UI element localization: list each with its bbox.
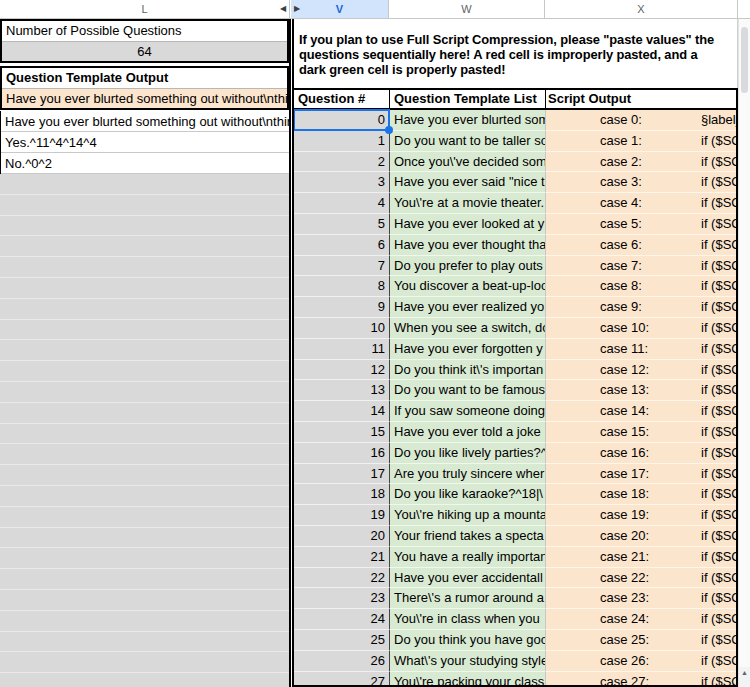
cell-question-number[interactable]: 25 [294, 630, 390, 651]
cell-script-output[interactable]: case 9:if ($SCE [546, 297, 736, 318]
cell-question-template[interactable]: Do you prefer to play outs [390, 256, 546, 277]
cell-question-template[interactable]: When you see a switch, do [390, 318, 546, 339]
cell-question-template[interactable]: Your friend takes a specta [390, 526, 546, 547]
cell-question-number[interactable]: 5 [294, 214, 390, 235]
cell-question-template[interactable]: Have you ever told a joke [390, 422, 546, 443]
cell-possible-questions-label[interactable]: Number of Possible Questions [2, 21, 287, 41]
cell-script-output[interactable]: case 3:if ($SCE [546, 172, 736, 193]
cell-question-number[interactable]: 13 [294, 380, 390, 401]
cell-template-output-value[interactable]: Have you ever blurted something out with… [2, 88, 287, 108]
paste-instructions[interactable]: If you plan to use Full Script Compressi… [292, 19, 738, 88]
cell-question-template[interactable]: Have you ever blurted som [390, 110, 546, 131]
cell-template-row[interactable]: No.^0^2 [1, 153, 289, 174]
column-header-l[interactable]: L [0, 0, 290, 18]
vertical-scrollbar[interactable]: ▲ [738, 19, 750, 687]
scrollbar-corner[interactable]: ▲ [739, 667, 750, 687]
cell-question-template[interactable]: Do you want to be taller so [390, 131, 546, 152]
header-question-template-list[interactable]: Question Template List [390, 90, 546, 108]
cell-question-number[interactable]: 19 [294, 505, 390, 526]
cell-script-output[interactable]: case 24:if ($SCE [546, 609, 736, 630]
cell-script-output[interactable]: case 2:if ($SCE [546, 152, 736, 173]
cell-question-template[interactable]: Do you think it\'s importan [390, 360, 546, 381]
cell-template-output-label[interactable]: Question Template Output [2, 68, 287, 88]
cell-question-number[interactable]: 8 [294, 276, 390, 297]
scrollbar-thumb[interactable] [741, 27, 748, 93]
cell-script-output[interactable]: case 17:if ($SCE [546, 464, 736, 485]
cell-script-output[interactable]: case 5:if ($SCE [546, 214, 736, 235]
cell-script-output[interactable]: case 10:if ($SCE [546, 318, 736, 339]
cell-question-number[interactable]: 16 [294, 443, 390, 464]
cell-question-template[interactable]: You have a really importan [390, 547, 546, 568]
column-header-v-selected[interactable]: V [291, 0, 389, 18]
cell-question-number[interactable]: 3 [294, 172, 390, 193]
cell-script-output[interactable]: case 22:if ($SCE [546, 568, 736, 589]
cell-template-row[interactable]: Have you ever blurted something out with… [1, 111, 289, 132]
cell-template-row[interactable]: Yes.^11^4^14^4 [1, 132, 289, 153]
cell-question-template[interactable]: You\'re in class when you [390, 609, 546, 630]
cell-question-template[interactable]: Have you ever thought tha [390, 235, 546, 256]
cell-question-template[interactable]: You\'re hiking up a mounta [390, 505, 546, 526]
cell-question-template[interactable]: If you saw someone doing [390, 401, 546, 422]
cell-script-output[interactable]: case 12:if ($SCE [546, 360, 736, 381]
cell-script-output[interactable]: case 16:if ($SCE [546, 443, 736, 464]
cell-script-output[interactable]: case 15:if ($SCE [546, 422, 736, 443]
cell-question-template[interactable]: Have you ever forgotten y [390, 339, 546, 360]
cell-question-number[interactable]: 12 [294, 360, 390, 381]
cell-script-output[interactable]: case 7:if ($SCE [546, 256, 736, 277]
cell-script-output[interactable]: case 20:if ($SCE [546, 526, 736, 547]
cell-question-number[interactable]: 6 [294, 235, 390, 256]
cell-question-template[interactable]: Do you think you have goo [390, 630, 546, 651]
cell-possible-questions-value[interactable]: 64 [2, 41, 287, 61]
cell-script-output[interactable]: case 1:if ($SCE [546, 131, 736, 152]
cell-script-output[interactable]: case 8:if ($SCE [546, 276, 736, 297]
cell-question-template[interactable]: There\'s a rumor around a [390, 588, 546, 609]
cell-question-number[interactable]: 10 [294, 318, 390, 339]
cell-question-number[interactable]: 4 [294, 193, 390, 214]
cell-script-output[interactable]: case 26:if ($SCE [546, 651, 736, 672]
cell-question-template[interactable]: Do you like karaoke?^18|\ [390, 484, 546, 505]
cell-question-template[interactable]: You\'re at a movie theater. [390, 193, 546, 214]
cell-question-template[interactable]: Have you ever looked at y [390, 214, 546, 235]
cell-question-number[interactable]: 11 [294, 339, 390, 360]
cell-question-number[interactable]: 26 [294, 651, 390, 672]
cell-question-template[interactable]: You discover a beat-up-loo [390, 276, 546, 297]
cell-question-number[interactable]: 20 [294, 526, 390, 547]
header-question-number[interactable]: Question # [294, 90, 390, 108]
cell-question-template[interactable]: Are you truly sincere wher [390, 464, 546, 485]
cell-script-output[interactable]: case 21:if ($SCE [546, 547, 736, 568]
cell-script-output[interactable]: case 25:if ($SCE [546, 630, 736, 651]
cell-question-number[interactable]: 17 [294, 464, 390, 485]
cell-question-template[interactable]: Do you like lively parties?^ [390, 443, 546, 464]
cell-question-number[interactable]: 27 [294, 672, 390, 687]
cell-question-number[interactable]: 23 [294, 588, 390, 609]
hidden-columns-right-icon[interactable]: ▶ [294, 4, 300, 14]
column-header-x[interactable]: X [545, 0, 738, 18]
cell-script-output[interactable]: case 18:if ($SCE [546, 484, 736, 505]
cell-script-output[interactable]: case 0:§label_T [546, 110, 736, 131]
empty-gray-cells[interactable] [0, 174, 289, 687]
cell-script-output[interactable]: case 14:if ($SCE [546, 401, 736, 422]
cell-question-template[interactable]: Have you ever said "nice t [390, 172, 546, 193]
cell-script-output[interactable]: case 13:if ($SCE [546, 380, 736, 401]
cell-question-number[interactable]: 22 [294, 568, 390, 589]
cell-script-output[interactable]: case 19:if ($SCE [546, 505, 736, 526]
cell-question-template[interactable]: You\'re packing your class [390, 672, 546, 687]
cell-script-output[interactable]: case 27:if ($SCE [546, 672, 736, 687]
cell-question-number[interactable]: 0 [294, 110, 390, 131]
cell-question-template[interactable]: Have you ever accidentall [390, 568, 546, 589]
cell-question-template[interactable]: Have you ever realized yo [390, 297, 546, 318]
cell-question-number[interactable]: 7 [294, 256, 390, 277]
cell-question-number[interactable]: 24 [294, 609, 390, 630]
cell-question-number[interactable]: 21 [294, 547, 390, 568]
cell-question-template[interactable]: What\'s your studying style [390, 651, 546, 672]
cell-question-template[interactable]: Once you\'ve decided som [390, 152, 546, 173]
header-script-output[interactable]: Script Output [546, 90, 736, 108]
column-header-w[interactable]: W [389, 0, 545, 18]
cell-question-number[interactable]: 1 [294, 131, 390, 152]
hidden-columns-left-icon[interactable]: ◀ [280, 4, 286, 14]
cell-question-number[interactable]: 14 [294, 401, 390, 422]
cell-script-output[interactable]: case 23:if ($SCE [546, 588, 736, 609]
cell-question-number[interactable]: 15 [294, 422, 390, 443]
cell-script-output[interactable]: case 11:if ($SCE [546, 339, 736, 360]
cell-script-output[interactable]: case 4:if ($SCE [546, 193, 736, 214]
